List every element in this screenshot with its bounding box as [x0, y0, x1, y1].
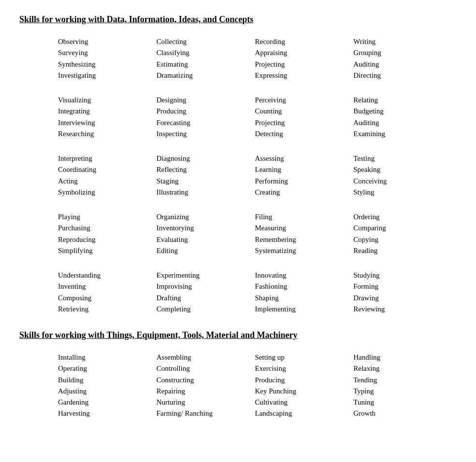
skill-item: Repairing — [157, 386, 250, 397]
skill-item: Assembling — [157, 352, 250, 363]
skill-item: Shaping — [255, 293, 349, 304]
skill-item: Reproducing — [58, 234, 152, 245]
skill-item: Playing — [58, 211, 152, 223]
s1-g4-col1: ExperimentingImprovisingDraftingCompleti… — [157, 270, 250, 315]
skill-item: Budgeting — [353, 106, 447, 117]
skill-item: Dramatizing — [157, 70, 250, 81]
skill-item: Studying — [353, 270, 447, 281]
section1-groups: ObservingSurveyingSynthesizingInvestigat… — [19, 36, 457, 315]
s1-g1-col1: DesigningProducingForecastingInspecting — [157, 95, 250, 140]
s1-g3-col3: OrderingComparingCopyingReading — [353, 211, 447, 256]
skill-item: Drafting — [157, 293, 250, 304]
skill-item: Composing — [58, 293, 152, 304]
s1-group-2: InterpretingCoordinatingActingSymbolizin… — [19, 153, 457, 198]
skill-item: Symbolizing — [58, 187, 152, 198]
skill-item: Landscaping — [255, 408, 349, 419]
s1-g4-col2: InnovatingFashioningShapingImplementing — [255, 270, 349, 315]
s1-g1-col3: RelatingBudgetingAuditingExamining — [353, 95, 447, 140]
skill-item: Inventing — [58, 281, 152, 292]
skill-item: Tuning — [353, 397, 447, 408]
skill-item: Recording — [255, 36, 349, 47]
skill-item: Interpreting — [58, 153, 152, 164]
skill-item: Ordering — [353, 211, 447, 223]
s1-g2-col2: AssessingLearningPerformingCreating — [255, 153, 349, 198]
page-wrapper: Skills for working with Data, Informatio… — [19, 14, 457, 420]
skill-item: Observing — [58, 36, 152, 47]
skill-item: Growth — [353, 408, 447, 419]
skill-item: Remembering — [255, 234, 349, 245]
skill-item: Detecting — [255, 128, 349, 140]
skill-item: Assessing — [255, 153, 349, 164]
skill-item: Writing — [353, 36, 447, 47]
skill-item: Forecasting — [157, 117, 250, 128]
skill-item: Comparing — [353, 223, 447, 234]
skill-item: Building — [58, 375, 152, 386]
s1-group-3: PlayingPurchasingReproducingSimplifyingO… — [19, 211, 457, 256]
skill-item: Designing — [157, 95, 250, 106]
skill-item: Illustrating — [157, 187, 250, 198]
skill-item: Inspecting — [157, 128, 250, 140]
skill-item: Simplifying — [58, 245, 152, 256]
skill-item: Examining — [353, 128, 447, 140]
skill-item: Investigating — [58, 70, 152, 81]
s1-g2-col3: TestingSpeakingConceivingStyling — [353, 153, 447, 198]
skill-item: Measuring — [255, 223, 349, 234]
skill-item: Key Punching — [255, 386, 349, 397]
skill-item: Researching — [58, 128, 152, 140]
skill-item: Projecting — [255, 117, 349, 128]
skill-item: Interviewing — [58, 117, 152, 128]
skill-item: Forming — [353, 281, 447, 292]
s1-g3-col2: FilingMeasuringRememberingSystematizing — [255, 211, 349, 256]
skill-item: Handling — [353, 352, 447, 363]
s1-g4-col0: UnderstandingInventingComposingRetrievin… — [58, 270, 152, 315]
s1-group-0: ObservingSurveyingSynthesizingInvestigat… — [19, 36, 457, 81]
skill-item: Experimenting — [157, 270, 250, 281]
s1-group-1: VisualizingIntegratingInterviewingResear… — [19, 95, 457, 140]
skill-item: Visualizing — [58, 95, 152, 106]
skill-item: Inventorying — [157, 223, 250, 234]
section-data-skills: Skills for working with Data, Informatio… — [19, 14, 457, 315]
skill-item: Reading — [353, 245, 447, 256]
section2-title: Skills for working with Things, Equipmen… — [19, 330, 457, 340]
skill-item: Relaxing — [353, 363, 447, 374]
section1-title: Skills for working with Data, Informatio… — [19, 14, 457, 25]
skill-item: Typing — [353, 386, 447, 397]
skill-item: Copying — [353, 234, 447, 245]
skill-item: Evaluating — [157, 234, 250, 245]
s1-group-4: UnderstandingInventingComposingRetrievin… — [19, 270, 457, 315]
skill-item: Integrating — [58, 106, 152, 117]
skill-item: Gardening — [58, 397, 152, 408]
skill-item: Completing — [157, 304, 250, 315]
s1-g1-col0: VisualizingIntegratingInterviewingResear… — [58, 95, 152, 140]
skill-item: Cultivating — [255, 397, 349, 408]
s2-g0-col0: InstallingOperatingBuildingAdjustingGard… — [58, 352, 152, 420]
s2-g0-col2: Setting upExercisingProducingKey Punchin… — [255, 352, 349, 420]
skill-item: Styling — [353, 187, 447, 198]
s1-g1-col2: PerceivingCountingProjectingDetecting — [255, 95, 349, 140]
skill-item: Projecting — [255, 59, 349, 70]
skill-item: Performing — [255, 176, 349, 187]
skill-item: Relating — [353, 95, 447, 106]
skill-item: Diagnosing — [157, 153, 250, 164]
s2-group-0: InstallingOperatingBuildingAdjustingGard… — [19, 352, 457, 420]
skill-item: Implementing — [255, 304, 349, 315]
skill-item: Retrieving — [58, 304, 152, 315]
skill-item: Editing — [157, 245, 250, 256]
skill-item: Organizing — [157, 211, 250, 223]
skill-item: Producing — [255, 375, 349, 386]
s1-g3-col0: PlayingPurchasingReproducingSimplifying — [58, 211, 152, 256]
s1-g0-col2: RecordingAppraisingProjectingExpressing — [255, 36, 349, 81]
skill-item: Estimating — [157, 59, 250, 70]
s2-g0-col3: HandlingRelaxingTendingTypingTuningGrowt… — [353, 352, 447, 420]
skill-item: Learning — [255, 164, 349, 175]
skill-item: Nurturing — [157, 397, 250, 408]
skill-item: Testing — [353, 153, 447, 164]
s1-g2-col1: DiagnosingReflectingStagingIllustrating — [157, 153, 250, 198]
skill-item: Auditing — [353, 117, 447, 128]
skill-item: Counting — [255, 106, 349, 117]
skill-item: Expressing — [255, 70, 349, 81]
section2-groups: InstallingOperatingBuildingAdjustingGard… — [19, 352, 457, 420]
skill-item: Exercising — [255, 363, 349, 374]
skill-item: Creating — [255, 187, 349, 198]
skill-item: Constructing — [157, 375, 250, 386]
